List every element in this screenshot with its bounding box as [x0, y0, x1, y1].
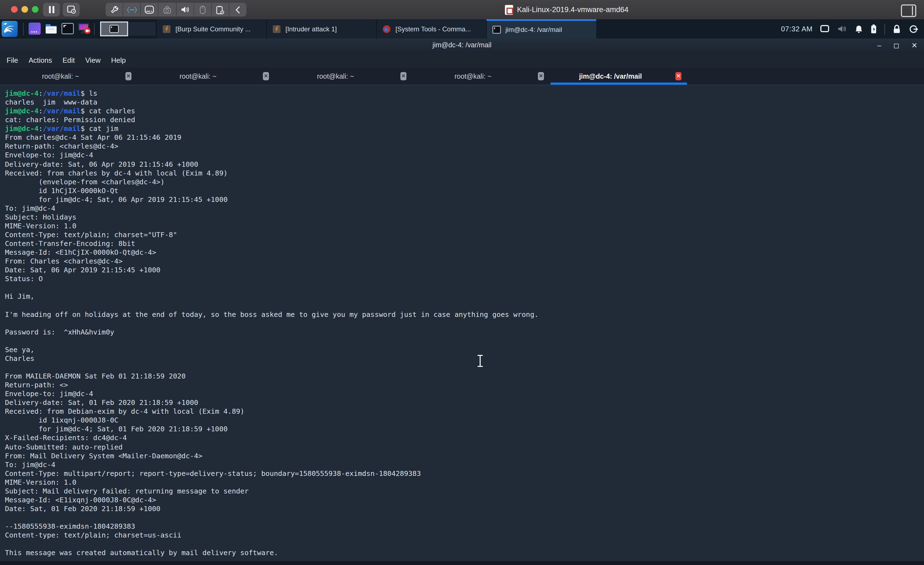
- terminal-tab[interactable]: jim@dc-4: /var/mail ✕: [550, 68, 687, 85]
- taskbar-item-label: jim@dc-4: /var/mail: [506, 26, 562, 33]
- tab-label: root@kali: ~: [42, 72, 79, 80]
- terminal-line: To: jim@dc-4: [5, 460, 538, 469]
- maximize-button[interactable]: ◻: [894, 42, 900, 49]
- close-traffic-light[interactable]: [11, 6, 18, 13]
- file-manager-launcher-icon[interactable]: [45, 22, 58, 35]
- terminal-line: Content-Transfer-Encoding: 8bit: [5, 239, 538, 248]
- terminal-tabbar: root@kali: ~ ✕ root@kali: ~ ✕ root@kali:…: [0, 68, 924, 85]
- terminal-prompt-line: jim@dc-4:/var/mail$ ls: [5, 89, 538, 98]
- terminal-menubar: FileActionsEditViewHelp: [0, 52, 924, 68]
- zoom-traffic-light[interactable]: [32, 6, 39, 13]
- host-titlebar: Kali-Linux-2019.4-vmware-amd64: [0, 0, 924, 20]
- terminal-line: From MAILER-DAEMON Sat Feb 01 21:18:59 2…: [5, 372, 538, 381]
- terminal-line: X-Failed-Recipients: dc4@dc-4: [5, 434, 538, 443]
- terminal-line: Subject: Holidays: [5, 213, 538, 222]
- vm-mouse-button[interactable]: [194, 3, 211, 17]
- terminal-line: Delivery-date: Sat, 01 Feb 2020 21:18:59…: [5, 398, 538, 407]
- terminal-line: Status: O: [5, 275, 538, 284]
- terminal-tab[interactable]: root@kali: ~ ✕: [138, 68, 275, 85]
- terminal-line: [5, 319, 538, 328]
- menu-item-actions[interactable]: Actions: [28, 56, 52, 64]
- terminal-line: [5, 540, 538, 548]
- terminal-line: Content-Type: multipart/report; report-t…: [5, 469, 538, 478]
- workspace-2[interactable]: [128, 21, 156, 36]
- terminal-line: [5, 284, 538, 292]
- screen: read.cdic.txtFile Systempassword.txt: [0, 0, 924, 565]
- terminal-tab[interactable]: root@kali: ~ ✕: [275, 68, 412, 85]
- app-window-launcher-icon[interactable]: [28, 22, 41, 35]
- terminal-screen[interactable]: jim@dc-4:/var/mail$ lscharles jim www-da…: [0, 85, 924, 561]
- menu-item-edit[interactable]: Edit: [62, 56, 75, 64]
- kali-menu-button[interactable]: [2, 21, 18, 37]
- terminal-line: for jim@dc-4; Sat, 06 Apr 2019 21:15:45 …: [5, 195, 538, 204]
- terminal-line: [5, 513, 538, 522]
- terminal-line: Content-type: text/plain; charset=us-asc…: [5, 531, 538, 540]
- taskbar-item-label: [Burp Suite Community ...: [176, 25, 250, 33]
- vm-disk-button[interactable]: [141, 3, 158, 17]
- chevron-left-icon: [236, 6, 240, 14]
- taskbar-item-burp[interactable]: [Intruder attack 1]: [266, 19, 376, 39]
- taskbar-separator: [94, 23, 94, 35]
- terminal-prompt-line: jim@dc-4:/var/mail$ cat charles: [5, 107, 538, 116]
- menu-item-help[interactable]: Help: [111, 56, 126, 64]
- terminal-line: [5, 363, 538, 372]
- terminal-line: See ya,: [5, 346, 538, 354]
- terminal-line: Delivery-date: Sat, 06 Apr 2019 21:15:46…: [5, 160, 538, 168]
- vm-clipboard-button[interactable]: [211, 3, 229, 17]
- tab-label: root@kali: ~: [317, 72, 354, 80]
- screen-recorder-launcher-icon[interactable]: [78, 22, 91, 35]
- display-layout-icon[interactable]: [901, 5, 916, 17]
- tab-close-button[interactable]: ✕: [125, 72, 132, 80]
- terminal-launcher-icon[interactable]: [61, 22, 74, 35]
- collapse-toolbar-button[interactable]: [229, 3, 246, 17]
- close-button[interactable]: ✕: [911, 42, 917, 49]
- taskbar-item-terminal[interactable]: jim@dc-4: /var/mail: [486, 19, 596, 39]
- vm-settings-button[interactable]: [106, 3, 123, 17]
- menu-item-file[interactable]: File: [7, 56, 18, 64]
- tab-close-button[interactable]: ✕: [400, 72, 406, 80]
- vm-camera-button[interactable]: [158, 3, 176, 17]
- tab-close-button[interactable]: ✕: [263, 72, 269, 80]
- taskbar-window-list: [Burp Suite Community ... [Intruder atta…: [156, 19, 596, 39]
- clipboard-settings-icon: [216, 5, 225, 14]
- clock[interactable]: 07:32 AM: [781, 25, 813, 33]
- tab-close-button[interactable]: ✕: [675, 72, 681, 80]
- window-controls: – ◻ ✕: [877, 39, 917, 52]
- taskbar-item-burp[interactable]: [Burp Suite Community ...: [156, 19, 266, 39]
- terminal-line: Date: Sat, 01 Feb 2020 21:18:59 +1000: [5, 505, 538, 513]
- terminal-tab[interactable]: root@kali: ~ ✕: [412, 68, 550, 85]
- terminal-line: From: Mail Delivery System <Mailer-Daemo…: [5, 451, 538, 460]
- logout-icon[interactable]: [909, 24, 918, 33]
- screen-lock-icon[interactable]: [893, 24, 901, 33]
- volume-tray-icon[interactable]: [837, 25, 847, 33]
- terminal-titlebar[interactable]: jim@dc-4: /var/mail: [0, 39, 924, 52]
- notifications-bell-icon[interactable]: [855, 24, 863, 33]
- terminal-prompt-line: jim@dc-4:/var/mail$ cat jim: [5, 125, 538, 134]
- burp-suite-icon: [162, 24, 171, 33]
- terminal-tab[interactable]: root@kali: ~ ✕: [0, 68, 138, 85]
- tab-close-button[interactable]: ✕: [538, 72, 544, 80]
- terminal-line: Return-path: <charles@dc-4>: [5, 142, 538, 151]
- taskbar-item-firefox[interactable]: [System Tools - Comma...: [376, 19, 486, 39]
- workspace-1[interactable]: [100, 21, 128, 36]
- ibeam-cursor: [476, 354, 484, 368]
- pause-vm-button[interactable]: [43, 3, 60, 17]
- display-tray-icon[interactable]: [820, 25, 830, 33]
- terminal-line: This message was created automatically b…: [5, 549, 538, 557]
- menu-item-view[interactable]: View: [85, 56, 100, 64]
- terminal-line: Envelope-to: jim@dc-4: [5, 389, 538, 398]
- tab-label: root@kali: ~: [454, 72, 491, 80]
- terminal-line: Charles: [5, 354, 538, 363]
- vm-network-button[interactable]: [123, 3, 140, 17]
- vm-sound-button[interactable]: [176, 3, 194, 17]
- minimize-button[interactable]: –: [877, 42, 881, 49]
- minimize-traffic-light[interactable]: [21, 6, 28, 13]
- terminal-line: Envelope-to: jim@dc-4: [5, 151, 538, 160]
- terminal-line: [5, 301, 538, 310]
- snapshot-button[interactable]: [63, 3, 80, 17]
- terminal-line: MIME-Version: 1.0: [5, 478, 538, 487]
- tab-label: jim@dc-4: /var/mail: [579, 72, 642, 80]
- system-tray: 07:32 AM: [781, 19, 918, 39]
- terminal-line: Password is: ^xHhA&hvim0y: [5, 328, 538, 337]
- battery-tray-icon[interactable]: [871, 24, 877, 33]
